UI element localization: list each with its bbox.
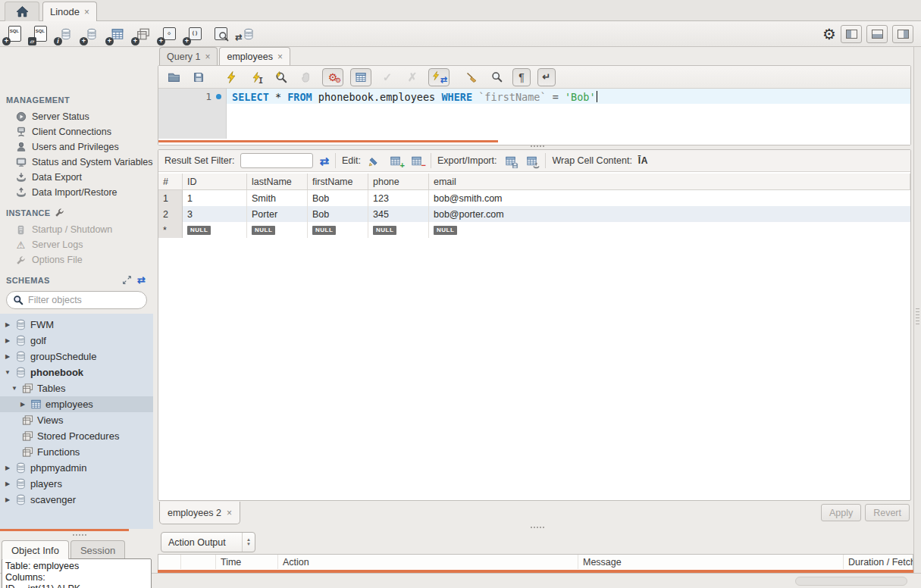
collapsed-arrow-icon[interactable]: ▶	[4, 353, 11, 360]
sidebar-item-users-privileges[interactable]: Users and Privileges	[0, 139, 153, 155]
column-header[interactable]: email	[429, 174, 910, 189]
tab-query-1[interactable]: Query 1 ×	[159, 47, 218, 65]
cell[interactable]: Smith	[247, 190, 308, 206]
refresh-results-icon[interactable]: ⇄	[319, 155, 329, 167]
tab-session[interactable]: Session	[70, 540, 125, 559]
output-selector[interactable]: Action Output ▲ ▼	[161, 532, 255, 552]
right-panel-splitter[interactable]	[913, 47, 921, 573]
toggle-word-wrap-button[interactable]: ↵	[537, 68, 556, 86]
output-selector-spinner[interactable]: ▲ ▼	[242, 533, 255, 552]
search-table-data-button[interactable]	[211, 24, 230, 44]
sidebar-item-status-system-variables[interactable]: Status and System Variables	[0, 155, 153, 170]
cell[interactable]: 123	[368, 190, 429, 206]
toggle-sidebar-button[interactable]	[841, 25, 862, 43]
column-header[interactable]: lastName	[247, 174, 308, 189]
collapsed-arrow-icon[interactable]: ▶	[4, 496, 11, 503]
collapsed-arrow-icon[interactable]: ▶	[4, 464, 11, 471]
cell[interactable]: bob@porter.com	[429, 206, 910, 222]
tab-close-icon[interactable]: ×	[277, 52, 283, 62]
add-row-button[interactable]: +	[388, 153, 403, 168]
tab-close-icon[interactable]: ×	[227, 508, 232, 518]
create-view-button[interactable]	[133, 24, 153, 44]
toggle-secondary-sidebar-button[interactable]	[892, 25, 913, 43]
cell[interactable]: NULL	[247, 222, 308, 238]
column-header[interactable]: Action	[278, 555, 578, 569]
sidebar-item-server-status[interactable]: Server Status	[0, 109, 153, 124]
table-row[interactable]: 2 3 Porter Bob 345 bob@porter.com	[158, 206, 910, 222]
expanded-arrow-icon[interactable]: ▼	[11, 385, 18, 392]
sidebar-item-server-logs[interactable]: ⚠ Server Logs	[0, 237, 153, 252]
new-row-placeholder[interactable]: * NULL NULL NULL NULL NULL	[158, 222, 910, 238]
beautify-script-button[interactable]	[462, 68, 481, 86]
create-function-button[interactable]: ()	[185, 24, 205, 44]
reconnect-database-button[interactable]: ⇄	[237, 24, 256, 44]
create-table-button[interactable]	[108, 24, 127, 44]
collapsed-arrow-icon[interactable]: ▶	[4, 480, 11, 487]
collapsed-arrow-icon[interactable]: ▶	[4, 337, 11, 344]
tree-item-schema[interactable]: ▶ FWM	[0, 317, 153, 333]
toggle-output-area-button[interactable]	[866, 25, 888, 43]
cell[interactable]: bob@smith.com	[429, 190, 910, 206]
tree-item-views[interactable]: Views	[0, 412, 153, 428]
edit-record-button[interactable]	[367, 153, 382, 168]
create-schema-button[interactable]	[82, 24, 102, 44]
toggle-autocommit-button[interactable]: ⇄	[428, 68, 450, 86]
home-tab[interactable]	[5, 2, 39, 21]
toggle-invisible-characters-button[interactable]: ¶	[512, 68, 531, 86]
column-header[interactable]: Message	[578, 555, 844, 569]
tab-employees-2[interactable]: employees 2 ×	[159, 502, 240, 524]
wrap-cell-content-icon[interactable]: ĪA	[638, 155, 648, 166]
schema-filter-input[interactable]	[28, 295, 127, 305]
rollback-button[interactable]: ✗	[403, 68, 421, 86]
toggle-stop-on-error-button[interactable]: ⚙ ⚙	[322, 68, 343, 86]
column-header[interactable]: firstName	[308, 174, 368, 189]
cell[interactable]: 3	[183, 206, 247, 222]
sidebar-item-startup-shutdown[interactable]: Startup / Shutdown	[0, 222, 153, 237]
status-scrollbar[interactable]	[795, 577, 907, 586]
tab-employees[interactable]: employees ×	[219, 47, 290, 65]
find-button[interactable]	[487, 68, 506, 86]
sidebar-item-client-connections[interactable]: Client Connections	[0, 124, 153, 139]
expanded-arrow-icon[interactable]: ▼	[4, 369, 11, 376]
column-header[interactable]: Duration / Fetch	[844, 555, 913, 569]
commit-button[interactable]: ✓	[378, 68, 396, 86]
cell[interactable]: NULL	[183, 222, 247, 238]
tree-item-stored-procedures[interactable]: Stored Procedures	[0, 428, 153, 444]
tab-object-info[interactable]: Object Info	[2, 540, 69, 559]
cell[interactable]: Porter	[247, 206, 308, 222]
refresh-schemas-icon[interactable]: ⇄	[137, 275, 146, 285]
limit-rows-button[interactable]	[350, 68, 371, 86]
collapsed-arrow-icon[interactable]: ▶	[4, 321, 11, 328]
sidebar-item-data-import[interactable]: Data Import/Restore	[0, 185, 153, 200]
column-header[interactable]: phone	[368, 174, 429, 189]
connection-tab[interactable]: Linode ×	[42, 2, 97, 21]
result-filter-input[interactable]	[240, 153, 313, 168]
cell[interactable]: Bob	[308, 206, 368, 222]
cell[interactable]: NULL	[368, 222, 429, 238]
sidebar-item-data-export[interactable]: Data Export	[0, 170, 153, 185]
schema-filter-box[interactable]	[6, 291, 147, 309]
cell[interactable]: Bob	[308, 190, 368, 206]
tree-item-tables[interactable]: ▼ Tables	[0, 380, 153, 396]
tree-item-functions[interactable]: Functions	[0, 444, 153, 460]
create-procedure-button[interactable]: ◇	[159, 24, 179, 44]
cell[interactable]: 345	[368, 206, 429, 222]
sidebar-item-options-file[interactable]: Options File	[0, 252, 153, 267]
open-sql-script-button[interactable]: SQL	[30, 24, 50, 44]
tree-item-schema[interactable]: ▶ golf	[0, 333, 153, 349]
cell[interactable]: 1	[183, 190, 247, 206]
apply-button[interactable]: Apply	[821, 504, 861, 521]
import-records-button[interactable]	[524, 153, 539, 168]
cell[interactable]: NULL	[308, 222, 368, 238]
tree-item-schema-phonebook[interactable]: ▼ phonebook	[0, 364, 153, 380]
stop-query-button[interactable]	[297, 68, 315, 86]
tree-item-schema[interactable]: ▶ phpmyadmin	[0, 460, 153, 476]
tree-item-schema[interactable]: ▶ players	[0, 476, 153, 492]
preferences-gear-icon[interactable]: ⚙	[822, 27, 836, 42]
column-header[interactable]: #	[158, 174, 183, 189]
tree-item-schema[interactable]: ▶ scavenger	[0, 492, 153, 508]
expand-panel-icon[interactable]	[122, 275, 132, 285]
tab-close-icon[interactable]: ×	[205, 52, 210, 62]
export-recordset-button[interactable]	[503, 153, 518, 168]
connection-tab-close-icon[interactable]: ×	[84, 7, 89, 17]
